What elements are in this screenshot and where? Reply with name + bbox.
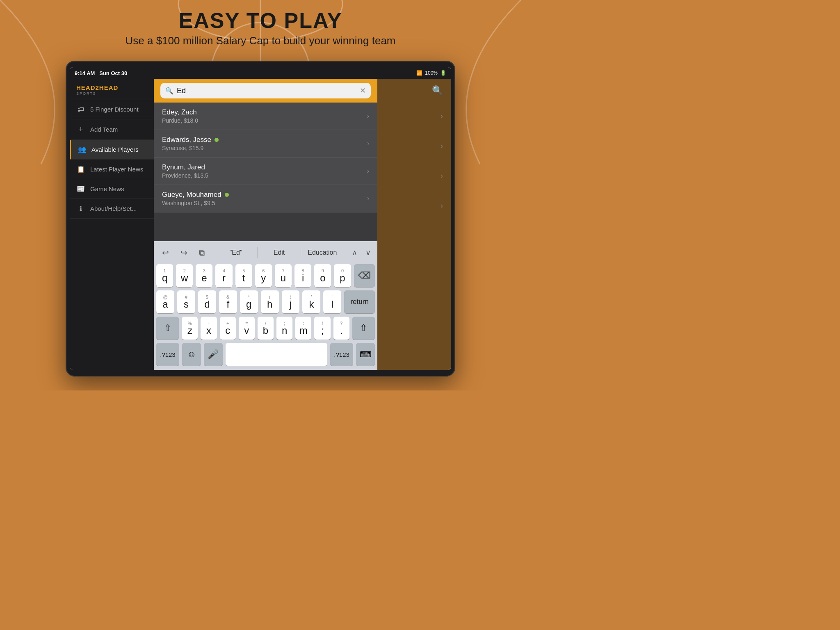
- mic-key[interactable]: 🎤: [204, 343, 223, 366]
- key-i[interactable]: 8i: [294, 264, 311, 287]
- status-icons: 📶 100% 🔋: [416, 70, 446, 76]
- key-ques[interactable]: ?.: [333, 317, 349, 340]
- online-indicator-gueye: [225, 193, 229, 197]
- chevron-icon-bynum: ›: [367, 167, 369, 175]
- ipad-device: 9:14 AM Sun Oct 30 📶 100% 🔋 HEAD2HEAD SP…: [66, 61, 455, 377]
- result-item-gueye-mouhamed[interactable]: Gueye, Mouhamed Washington St., $9.5 ›: [154, 185, 377, 212]
- keyboard-row-4: .?123 ☺ 🎤 .?123 ⌨: [156, 343, 375, 366]
- search-bar: 🔍 Ed ✕: [154, 79, 377, 103]
- key-f[interactable]: &f: [219, 290, 237, 313]
- num-sym-key-left[interactable]: .?123: [156, 343, 179, 366]
- result-item-edey-zach[interactable]: Edey, Zach Purdue, $18.0 ›: [154, 103, 377, 130]
- key-j[interactable]: )j: [282, 290, 300, 313]
- key-t[interactable]: 5t: [235, 264, 252, 287]
- search-query[interactable]: Ed: [177, 87, 356, 95]
- right-search-icon[interactable]: 🔍: [432, 85, 443, 96]
- suggestion-education[interactable]: Education: [301, 247, 344, 258]
- chevron-right-2: ›: [441, 142, 443, 150]
- key-v[interactable]: =v: [239, 317, 255, 340]
- result-item-edwards-jesse[interactable]: Edwards, Jesse Syracuse, $15.9 ›: [154, 130, 377, 158]
- key-k[interactable]: 'k: [302, 290, 320, 313]
- keyboard-row-1: 1q 2w 3e 4r 5t 6y 7u 8i 9o 0p ⌫: [156, 264, 375, 287]
- sidebar-item-latest-news[interactable]: 📋 Latest Player News: [70, 160, 154, 179]
- arrow-up-button[interactable]: ∧: [352, 248, 357, 257]
- suggestion-area: "Ed" Edit Education: [215, 247, 344, 258]
- date-display: Sun Oct 30: [99, 70, 127, 76]
- key-l[interactable]: "l: [323, 290, 341, 313]
- undo-button[interactable]: ↩: [160, 247, 171, 258]
- result-detail-bynum: Providence, $13.5: [162, 172, 208, 179]
- sidebar-logo: HEAD2HEAD SPORTS: [70, 79, 154, 100]
- sidebar-item-available-players[interactable]: 👥 Available Players: [70, 140, 154, 160]
- result-detail-gueye: Washington St., $9.5: [162, 200, 229, 206]
- battery-icon: 🔋: [440, 70, 446, 76]
- num-sym-key-right[interactable]: .?123: [330, 343, 353, 366]
- result-name-gueye: Gueye, Mouhamed: [162, 191, 229, 199]
- sidebar-item-add-team[interactable]: + Add Team: [70, 119, 154, 140]
- promo-header: EASY TO PLAY Use a $100 million Salary C…: [0, 8, 521, 47]
- key-m[interactable]: :m: [295, 317, 311, 340]
- discount-icon: 🏷: [76, 106, 85, 113]
- delete-key[interactable]: ⌫: [354, 264, 375, 287]
- key-o[interactable]: 9o: [314, 264, 331, 287]
- clipboard-button[interactable]: ⧉: [197, 247, 206, 258]
- key-x[interactable]: -x: [201, 317, 217, 340]
- keyboard: ↩ ↪ ⧉ "Ed" Edit Education ∧ ∨: [154, 241, 377, 370]
- shift-key[interactable]: ⇧: [156, 317, 179, 340]
- sidebar-item-discount[interactable]: 🏷 5 Finger Discount: [70, 100, 154, 119]
- key-c[interactable]: +c: [220, 317, 236, 340]
- chevron-right-1: ›: [441, 112, 443, 120]
- key-g[interactable]: *g: [240, 290, 258, 313]
- arrow-down-button[interactable]: ∨: [365, 248, 371, 257]
- search-clear-button[interactable]: ✕: [360, 86, 366, 95]
- about-icon: ℹ: [76, 205, 85, 212]
- sidebar-label-available-players: Available Players: [91, 146, 139, 153]
- keyboard-rows: 1q 2w 3e 4r 5t 6y 7u 8i 9o 0p ⌫: [156, 264, 375, 366]
- time-display: 9:14 AM: [75, 70, 95, 76]
- sidebar-item-about[interactable]: ℹ About/Help/Set...: [70, 199, 154, 219]
- suggestion-ed[interactable]: "Ed": [215, 247, 258, 258]
- online-indicator-edwards: [215, 138, 219, 142]
- key-y[interactable]: 6y: [255, 264, 272, 287]
- promo-title: EASY TO PLAY: [0, 8, 521, 33]
- game-news-icon: 📰: [76, 185, 85, 193]
- space-key[interactable]: [226, 343, 327, 366]
- key-a[interactable]: @a: [156, 290, 174, 313]
- chevron-icon-edey: ›: [367, 112, 369, 120]
- key-s[interactable]: #s: [177, 290, 195, 313]
- app-layout: HEAD2HEAD SPORTS 🏷 5 Finger Discount + A…: [70, 79, 451, 370]
- chevron-right-4: ›: [441, 201, 443, 210]
- sidebar-label-about: About/Help/Set...: [90, 205, 137, 212]
- key-w[interactable]: 2w: [176, 264, 193, 287]
- emoji-key[interactable]: ☺: [182, 343, 201, 366]
- key-b[interactable]: /b: [258, 317, 274, 340]
- key-h[interactable]: (h: [261, 290, 279, 313]
- keyboard-hide-key[interactable]: ⌨: [356, 343, 375, 366]
- key-n[interactable]: ;n: [276, 317, 292, 340]
- key-r[interactable]: 4r: [215, 264, 232, 287]
- suggestion-edit[interactable]: Edit: [258, 247, 301, 258]
- key-q[interactable]: 1q: [156, 264, 173, 287]
- result-item-bynum-jared[interactable]: Bynum, Jared Providence, $13.5 ›: [154, 158, 377, 185]
- shift-key-right[interactable]: ⇧: [352, 317, 375, 340]
- ipad-screen: 9:14 AM Sun Oct 30 📶 100% 🔋 HEAD2HEAD SP…: [70, 67, 451, 370]
- chevron-icon-edwards: ›: [367, 140, 369, 147]
- right-chevrons: › › › ›: [441, 112, 443, 210]
- key-d[interactable]: $d: [198, 290, 216, 313]
- redo-button[interactable]: ↪: [179, 247, 189, 258]
- key-e[interactable]: 3e: [196, 264, 212, 287]
- search-results-list: Edey, Zach Purdue, $18.0 › Edwards, Jess…: [154, 103, 377, 212]
- key-p[interactable]: 0p: [334, 264, 351, 287]
- key-excl[interactable]: !;: [314, 317, 330, 340]
- return-key[interactable]: return: [344, 290, 375, 313]
- sidebar-item-game-news[interactable]: 📰 Game News: [70, 179, 154, 199]
- players-icon: 👥: [78, 146, 87, 153]
- result-name-bynum: Bynum, Jared: [162, 163, 208, 171]
- key-u[interactable]: 7u: [275, 264, 292, 287]
- search-container[interactable]: 🔍 Ed ✕: [160, 83, 371, 98]
- status-bar: 9:14 AM Sun Oct 30 📶 100% 🔋: [70, 67, 451, 79]
- battery-display: 100%: [425, 70, 438, 76]
- sidebar-label-game-news: Game News: [90, 185, 124, 192]
- key-z[interactable]: %z: [182, 317, 198, 340]
- chevron-icon-gueye: ›: [367, 195, 369, 202]
